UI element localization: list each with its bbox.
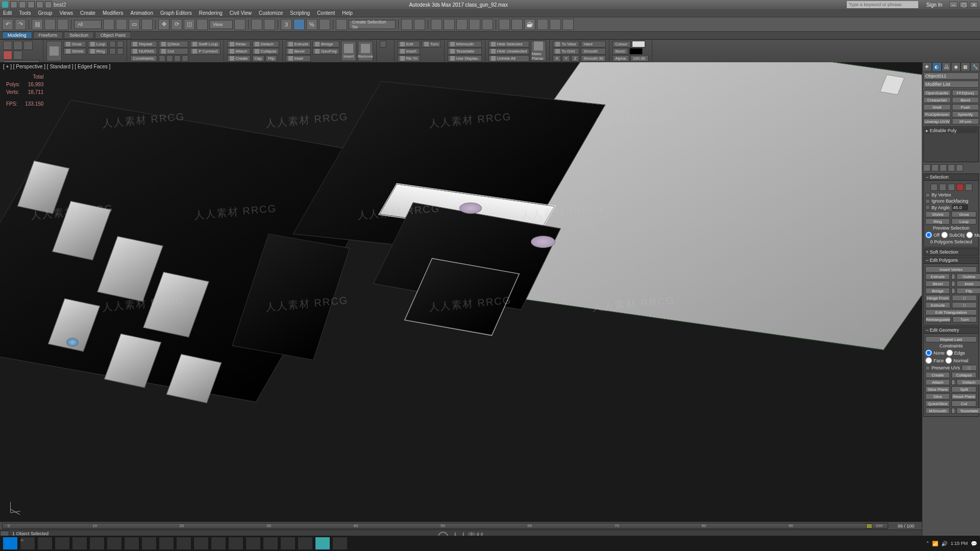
mod-opensubdiv[interactable]: OpenSubdiv: [923, 90, 951, 96]
constraint-normal-icon[interactable]: [182, 55, 188, 62]
bridge-button[interactable]: Bridge: [312, 41, 339, 47]
subobj-vertex-icon[interactable]: [3, 41, 12, 50]
tessellate-button[interactable]: Tessellate: [448, 48, 482, 55]
schematic-view-icon[interactable]: [469, 19, 480, 30]
motion-tab-icon[interactable]: ◉: [951, 62, 961, 71]
use-pivot-icon[interactable]: [234, 19, 246, 30]
taskview-icon[interactable]: [38, 537, 52, 549]
msmooth-geom-button[interactable]: MSmooth: [925, 408, 950, 414]
taskbar-3dsmax-icon[interactable]: [315, 537, 330, 549]
preview-subobj-radio[interactable]: [941, 232, 948, 238]
menu-group[interactable]: Group: [38, 10, 53, 16]
select-by-name-icon[interactable]: [116, 19, 127, 30]
link-icon[interactable]: ⛓: [32, 19, 43, 30]
edit-named-sel-icon[interactable]: [336, 19, 347, 30]
modsel-extra1-icon[interactable]: [109, 41, 116, 47]
reset-plane-button[interactable]: Reset Plane: [951, 393, 976, 399]
taskbar-app10-icon[interactable]: [229, 537, 243, 549]
detach-geom-button[interactable]: Detach: [957, 379, 980, 385]
maximize-button[interactable]: ▢: [960, 2, 968, 8]
swiftloop-button[interactable]: Swift Loop: [190, 41, 220, 47]
spinner-snap-icon[interactable]: [319, 19, 330, 30]
qat-save-icon[interactable]: [28, 1, 35, 8]
hierarchy-tab-icon[interactable]: 品: [942, 62, 951, 71]
alpha-value-input[interactable]: 100.00: [630, 55, 649, 62]
loop-button[interactable]: Loop: [88, 41, 108, 47]
bevel-settings-icon[interactable]: □: [951, 281, 955, 287]
mod-shell[interactable]: Shell: [923, 104, 951, 110]
constraint-edge-icon[interactable]: [166, 55, 173, 62]
split-button[interactable]: Split: [951, 386, 976, 392]
mod-spherify[interactable]: Spherify: [952, 111, 979, 117]
mirror-icon[interactable]: [401, 19, 412, 30]
taskbar-app12-icon[interactable]: [263, 537, 278, 549]
flip-button[interactable]: Flip: [265, 55, 277, 62]
loops-icon[interactable]: [380, 41, 386, 47]
tray-up-icon[interactable]: ˄: [926, 541, 929, 546]
bridge-settings-icon[interactable]: □: [951, 288, 955, 294]
insert-big-button[interactable]: Insert: [341, 41, 356, 61]
render-cloud-icon[interactable]: [562, 19, 574, 30]
align-toview-button[interactable]: To View: [553, 41, 579, 47]
percent-snap-icon[interactable]: %: [306, 19, 317, 30]
preserve-uvs-checkbox[interactable]: [925, 366, 930, 370]
sel-element-icon[interactable]: [965, 184, 972, 191]
minimize-button[interactable]: –: [949, 2, 958, 8]
mod-xform[interactable]: XForm: [952, 118, 979, 124]
select-place-icon[interactable]: [197, 19, 208, 30]
unhide-all-button[interactable]: Unhide All: [488, 55, 530, 62]
shrink-sel-button[interactable]: Shrink: [925, 211, 950, 217]
start-button-icon[interactable]: [3, 537, 17, 549]
tray-clock[interactable]: 1:15 PM: [950, 541, 968, 546]
loop-sel-button[interactable]: Loop: [951, 218, 976, 224]
keyboard-shortcut-icon[interactable]: [264, 19, 275, 30]
extrude-spline-settings-icon[interactable]: □: [952, 302, 977, 308]
qat-new-icon[interactable]: [10, 1, 17, 8]
curve-editor-icon[interactable]: [456, 19, 468, 30]
create-tab-icon[interactable]: ✚: [922, 62, 932, 71]
outline-button[interactable]: Outline: [957, 273, 980, 280]
sel-edge-icon[interactable]: [939, 184, 946, 191]
constraint-edge-radio[interactable]: [946, 349, 953, 356]
help-search-input[interactable]: Type a keyword or phrase: [847, 1, 918, 8]
rollout-editgeom-header[interactable]: – Edit Geometry: [923, 327, 979, 334]
qat-redo-icon[interactable]: [45, 1, 52, 8]
ribbon-tab-objectpaint[interactable]: Object Paint: [95, 32, 131, 39]
object-name-input[interactable]: Object011: [923, 72, 979, 80]
create-poly-button[interactable]: Detach: [252, 41, 279, 47]
usedisplace-button[interactable]: Use Displac.: [448, 55, 482, 62]
render-iterative-icon[interactable]: [537, 19, 548, 30]
render-activeshade-icon[interactable]: [550, 19, 561, 30]
nurms-button[interactable]: NURMS: [130, 48, 157, 55]
taskbar-app4-icon[interactable]: [125, 537, 139, 549]
menu-customize[interactable]: Customize: [259, 10, 283, 16]
menu-modifiers[interactable]: Modifiers: [103, 10, 124, 16]
inset-button[interactable]: Inset: [286, 55, 311, 62]
modsel-extra2-icon[interactable]: [117, 41, 124, 47]
rollout-editpoly-header[interactable]: – Edit Polygons: [923, 257, 979, 264]
by-angle-input[interactable]: 45.0: [952, 205, 968, 210]
inset-poly-button[interactable]: Inset: [957, 281, 980, 287]
tray-network-icon[interactable]: 📶: [932, 541, 938, 546]
viewport[interactable]: 人人素材 RRCG 人人素材 RRCG 人人素材 RRCG 人人素材 RRCG …: [0, 62, 922, 521]
bevel-button[interactable]: Bevel: [286, 48, 311, 55]
ring-button[interactable]: Ring: [88, 48, 108, 55]
ribbon-tab-selection[interactable]: Selection: [64, 32, 94, 39]
qslice-button[interactable]: QSlice: [159, 41, 188, 47]
constraint-face-icon[interactable]: [174, 55, 181, 62]
taskbar-app9-icon[interactable]: [211, 537, 226, 549]
taskbar-app8-icon[interactable]: [194, 537, 208, 549]
constraint-normal-radio[interactable]: [945, 357, 952, 364]
taskbar-app7-icon[interactable]: [177, 537, 191, 549]
mod-ffdbox[interactable]: FFD(box): [952, 90, 979, 96]
mod-creaseset[interactable]: CreaseSet: [923, 97, 951, 103]
align-y-button[interactable]: Y: [562, 55, 570, 62]
modifier-stack[interactable]: ▸ Editable Poly: [923, 127, 979, 162]
ribbon-tab-freeform[interactable]: Freeform: [33, 32, 63, 39]
select-rotate-icon[interactable]: ⟳: [171, 19, 182, 30]
rendered-frame-icon[interactable]: [511, 19, 523, 30]
select-move-icon[interactable]: ✥: [158, 19, 169, 30]
pconnect-button[interactable]: P Connect: [190, 48, 220, 55]
slice-button[interactable]: Slice: [925, 393, 950, 399]
viewcube[interactable]: [878, 71, 906, 100]
